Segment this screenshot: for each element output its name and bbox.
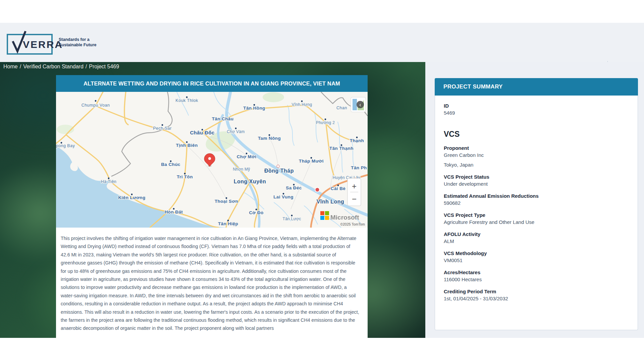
- field-value: ALM: [444, 238, 628, 244]
- project-summary-body: ID 5469 VCS ProponentGreen Carbon IncTok…: [435, 96, 638, 330]
- summary-field-estimated-annual-emission-reductions: Estimated Annual Emission Reductions5906…: [444, 193, 628, 206]
- field-label: Acres/Hectares: [444, 269, 628, 275]
- summary-field-crediting-period-term: Crediting Period Term1st, 01/04/2025 - 3…: [444, 289, 628, 301]
- field-label: Crediting Period Term: [444, 289, 628, 294]
- field-label: VCS Project Status: [444, 174, 628, 180]
- map-town-dot: [95, 100, 97, 102]
- map-label: Nhơn Mỹ: [233, 167, 250, 172]
- map-panel-toggle-control[interactable]: ‹: [351, 97, 366, 112]
- svg-text:‹: ‹: [359, 102, 361, 108]
- field-value: Green Carbon Inc: [444, 152, 628, 158]
- map-label: Chumpu Voan: [82, 103, 110, 108]
- logo-text: VERRA: [23, 39, 63, 50]
- map-label: Long Xuyên: [234, 179, 266, 184]
- field-label: Estimated Annual Emission Reductions: [444, 193, 628, 199]
- map-town-dot: [108, 178, 110, 179]
- map-label: Phường 2: [316, 120, 335, 125]
- map-label: Tịnh Biên: [176, 143, 198, 148]
- map-label: Tháp Mười: [299, 159, 324, 164]
- field-value: Tokyo, Japan: [444, 162, 628, 168]
- map-town-dot: [325, 119, 326, 120]
- map-label: Chợ Vàm: [227, 129, 245, 134]
- field-label: ID: [444, 103, 628, 109]
- map-label: Tân Ph: [351, 165, 367, 170]
- map-label: Tân Hồng: [243, 106, 265, 111]
- map-label: Sa Đéc: [286, 185, 302, 190]
- field-label: AFOLU Activity: [444, 231, 628, 237]
- project-description: This project involves the shifting of ir…: [56, 228, 368, 333]
- map-label: Lai Vung: [273, 194, 293, 199]
- field-value: VM0051: [444, 257, 628, 263]
- field-value: 116000 Hectares: [444, 277, 628, 282]
- breadcrumb: Home/Verified Carbon Standard/Project 54…: [3, 64, 119, 70]
- map-label: Chan: [336, 106, 347, 110]
- page-title: ALTERNATE WETTING AND DRYING IN RICE CUL…: [84, 80, 340, 87]
- summary-fields: ProponentGreen Carbon IncTokyo, JapanVCS…: [444, 145, 628, 301]
- map-label: Kiên Lương: [118, 195, 145, 200]
- field-value: 590682: [444, 200, 628, 206]
- map-town-dot: [186, 97, 188, 98]
- site-header: VERRA Standards for a Sustainable Future…: [0, 23, 644, 62]
- project-card: Chumpu VoanKouk ThlokPech Sarpong BayCha…: [56, 92, 368, 362]
- map-label: Kouk Thlok: [175, 98, 198, 103]
- breadcrumb-home[interactable]: Home: [3, 64, 18, 69]
- summary-field-vcs-methodology: VCS MethodologyVM0051: [444, 250, 628, 263]
- field-label: VCS Methodology: [444, 250, 628, 256]
- verra-logo[interactable]: VERRA Standards for a Sustainable Future: [7, 34, 97, 55]
- project-title-bar: ALTERNATE WETTING AND DRYING IN RICE CUL…: [56, 75, 368, 92]
- map-label: Tân Thạnh: [329, 146, 354, 151]
- map-label: Tân Lược: [283, 217, 301, 221]
- project-summary-header: PROJECT SUMMARY: [435, 78, 638, 96]
- map-label: Vĩnh Hưng: [292, 102, 312, 107]
- traffic-incident-icon: [315, 188, 320, 192]
- summary-field-proponent: ProponentGreen Carbon IncTokyo, Japan: [444, 145, 628, 168]
- breadcrumb-separator: /: [86, 64, 87, 69]
- map-label: Tam Nông: [258, 136, 281, 141]
- map-label: pong Bay: [56, 143, 75, 148]
- map-label: Cái Bè: [331, 186, 346, 191]
- map-label: Vĩnh Long: [317, 199, 344, 204]
- logo-tagline: Standards for a Sustainable Future: [59, 37, 97, 48]
- map-label: Thạnh: [350, 138, 364, 143]
- traffic-incident-icon: [277, 165, 279, 168]
- project-summary-panel: PROJECT SUMMARY ID 5469 VCS ProponentGre…: [435, 78, 638, 330]
- project-location-map[interactable]: Chumpu VoanKouk ThlokPech Sarpong BayCha…: [56, 92, 368, 228]
- zoom-out-button[interactable]: −: [352, 194, 357, 203]
- map-town-dot: [301, 101, 303, 102]
- map-label: Tri Tôn: [177, 174, 193, 179]
- breadcrumb-verified-carbon-standard[interactable]: Verified Carbon Standard: [23, 64, 84, 69]
- summary-field-acres-hectares: Acres/Hectares116000 Hectares: [444, 269, 628, 282]
- field-label: Proponent: [444, 145, 628, 151]
- breadcrumb-separator: /: [20, 64, 21, 69]
- map-label: Thoại Sơn: [215, 199, 238, 204]
- map-label: Hà Tiên: [101, 179, 117, 184]
- field-value: 5469: [444, 110, 628, 116]
- zoom-in-button[interactable]: +: [352, 182, 357, 191]
- top-white-strip: [0, 0, 644, 23]
- summary-field-vcs-project-status: VCS Project StatusUnder development: [444, 174, 628, 187]
- map-label: Tân Châu: [212, 116, 234, 121]
- field-label: VCS Project Type: [444, 212, 628, 218]
- map-town-dot: [162, 124, 163, 126]
- field-value: 1st, 01/04/2025 - 31/03/2032: [444, 296, 628, 301]
- vcs-section-heading: VCS: [444, 130, 628, 139]
- map-label: Cờ Đỏ: [249, 210, 263, 215]
- map-town-dot: [291, 215, 293, 217]
- map-label: Hòn Đất: [165, 209, 183, 215]
- summary-field-vcs-project-type: VCS Project TypeAgriculture Forestry and…: [444, 212, 628, 225]
- map-label: Đồng Tháp: [264, 168, 294, 174]
- map-label: Tân Hiệp: [218, 221, 238, 226]
- map-label: Pech Sar: [153, 126, 171, 131]
- summary-field-id: ID 5469: [444, 103, 628, 116]
- map-copyright: ©2025 TomTom: [340, 222, 365, 226]
- summary-field-afolu-activity: AFOLU ActivityALM: [444, 231, 628, 244]
- map-label: Ba Chúc: [161, 162, 180, 167]
- field-value: Agriculture Forestry and Other Land Use: [444, 219, 628, 225]
- map-town-dot: [235, 128, 237, 129]
- map-label: Châu Đốc: [190, 130, 214, 135]
- field-value: Under development: [444, 181, 628, 187]
- svg-text:Microsoft: Microsoft: [330, 214, 359, 221]
- breadcrumb-project-5469: Project 5469: [89, 64, 119, 69]
- verra-logo-box: VERRA: [7, 34, 53, 55]
- page: VERRA Standards for a Sustainable Future…: [0, 0, 644, 362]
